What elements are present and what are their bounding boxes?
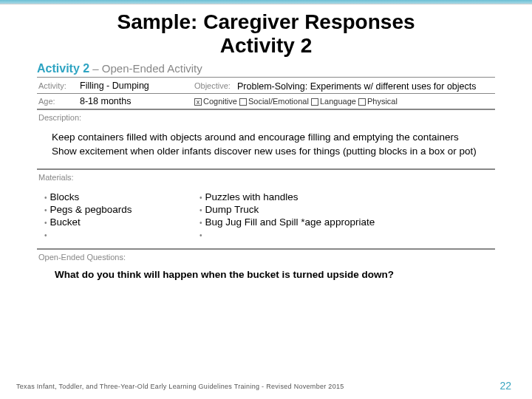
materials-body: •Blocks •Pegs & pegboards •Bucket • •Puz… bbox=[37, 183, 495, 250]
label-description: Description: bbox=[37, 110, 495, 123]
bullet-icon: • bbox=[200, 194, 205, 202]
material-text: Pegs & pegboards bbox=[50, 204, 132, 215]
bullet-icon: • bbox=[44, 206, 50, 214]
row-activity-objective: Activity: Filling - Dumping Objective: P… bbox=[37, 78, 495, 94]
label-age: Age: bbox=[37, 97, 80, 106]
description-p1: Keep containers filled with objects arou… bbox=[52, 131, 489, 144]
description-body: Keep containers filled with objects arou… bbox=[37, 123, 495, 169]
label-materials: Materials: bbox=[37, 170, 495, 183]
material-text: Bucket bbox=[50, 216, 81, 228]
bullet-icon: • bbox=[44, 194, 50, 202]
bullet-icon: • bbox=[200, 219, 205, 227]
material-item: • bbox=[44, 228, 200, 241]
value-age: 8-18 months bbox=[80, 96, 194, 106]
material-text: Dump Truck bbox=[205, 204, 259, 215]
title-line-2: Activity 2 bbox=[220, 34, 313, 57]
value-objective: Problem-Solving: Experiments w/ differen… bbox=[237, 80, 495, 92]
bullet-icon: • bbox=[44, 231, 50, 239]
label-social: Social/Emotional bbox=[248, 97, 309, 106]
material-item: •Pegs & pegboards bbox=[44, 203, 200, 216]
label-objective: Objective: bbox=[194, 81, 237, 90]
label-cognitive: Cognitive bbox=[203, 97, 237, 106]
bullet-icon: • bbox=[200, 206, 205, 214]
activity-prefix: Activity bbox=[37, 62, 83, 75]
checkbox-social[interactable] bbox=[239, 98, 247, 106]
label-questions: Open-Ended Questions: bbox=[37, 250, 495, 263]
title-line-1: Sample: Caregiver Responses bbox=[117, 10, 415, 33]
material-text: Bug Jug Fill and Spill *age appropriate bbox=[205, 216, 375, 228]
materials-col-right: •Puzzles with handles •Dump Truck •Bug J… bbox=[200, 191, 495, 241]
material-item: •Blocks bbox=[44, 191, 200, 203]
label-physical: Physical bbox=[367, 97, 398, 106]
material-item: •Bucket bbox=[44, 216, 200, 228]
slide-title: Sample: Caregiver Responses Activity 2 bbox=[0, 4, 532, 62]
description-p2: Show excitement when older infants disco… bbox=[52, 145, 489, 158]
activity-number: 2 bbox=[83, 62, 89, 75]
activity-subtitle: – Open-Ended Activity bbox=[89, 62, 202, 75]
row-age-domains: Age: 8-18 months xCognitive Social/Emoti… bbox=[37, 94, 495, 110]
material-item: •Dump Truck bbox=[200, 203, 495, 216]
checkbox-physical[interactable] bbox=[358, 98, 366, 106]
material-text: Blocks bbox=[50, 191, 80, 202]
activity-header-bar: Activity 2 – Open-Ended Activity bbox=[37, 62, 495, 78]
checkbox-cognitive[interactable]: x bbox=[194, 98, 202, 106]
checkbox-language[interactable] bbox=[311, 98, 318, 106]
material-item: •Puzzles with handles bbox=[200, 191, 495, 203]
open-ended-question: What do you think will happen when the b… bbox=[37, 263, 495, 286]
bullet-icon: • bbox=[200, 231, 205, 239]
bullet-icon: • bbox=[44, 219, 50, 227]
footer-text: Texas Infant, Toddler, and Three-Year-Ol… bbox=[16, 383, 344, 390]
materials-col-left: •Blocks •Pegs & pegboards •Bucket • bbox=[44, 191, 200, 241]
domain-checkboxes: xCognitive Social/Emotional Language Phy… bbox=[194, 97, 495, 106]
label-activity: Activity: bbox=[37, 81, 80, 90]
material-item: • bbox=[200, 228, 495, 241]
label-language: Language bbox=[320, 97, 356, 106]
material-text: Puzzles with handles bbox=[205, 191, 299, 202]
material-item: •Bug Jug Fill and Spill *age appropriate bbox=[200, 216, 495, 228]
value-activity: Filling - Dumping bbox=[80, 81, 194, 91]
activity-form: Activity 2 – Open-Ended Activity Activit… bbox=[37, 62, 495, 285]
page-number: 22 bbox=[499, 380, 511, 392]
